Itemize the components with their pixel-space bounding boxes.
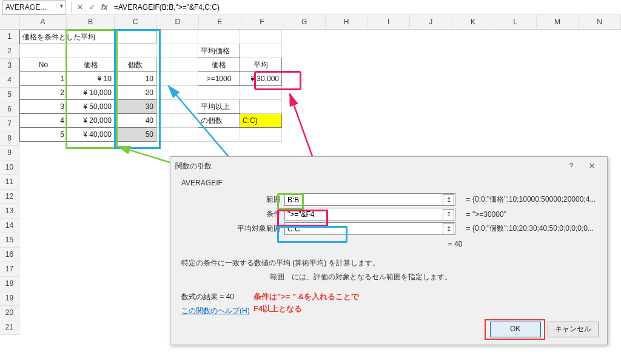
col-header[interactable]: H — [326, 15, 368, 29]
result-preview: =40 — [446, 240, 599, 248]
formula-bar: AVERAGE... ▼ ✕ ✓ fx =AVERAGEIF(B:B,">="&… — [0, 0, 621, 15]
col-header[interactable]: N — [579, 15, 621, 29]
row-header[interactable]: 1 — [0, 30, 19, 44]
arg-avgrange-input[interactable] — [284, 222, 455, 235]
formula-input[interactable]: =AVERAGEIF(B:B,">="&F4,C:C) — [110, 3, 621, 12]
ok-button[interactable]: OK — [490, 322, 541, 337]
name-box-text: AVERAGE... — [5, 3, 46, 12]
cell[interactable]: 1 — [20, 72, 67, 86]
cell[interactable]: No — [20, 58, 67, 72]
col-header[interactable]: L — [494, 15, 537, 29]
cancel-button[interactable]: キャンセル — [548, 322, 599, 337]
row-header[interactable]: 20 — [0, 306, 19, 320]
collapse-icon[interactable]: ↥ — [443, 194, 454, 206]
close-icon[interactable]: ✕ — [582, 162, 602, 170]
col-header[interactable]: F — [241, 15, 284, 29]
col-header[interactable]: G — [283, 15, 326, 29]
function-name: AVERAGEIF — [181, 179, 599, 187]
row-header[interactable]: 8 — [0, 131, 19, 146]
row-header[interactable]: 18 — [0, 277, 19, 291]
cell[interactable]: 50 — [115, 128, 156, 142]
row-header[interactable]: 16 — [0, 248, 19, 262]
arg-criteria-label: 条件 — [179, 209, 284, 219]
cell[interactable]: 平均以上 — [198, 100, 240, 114]
name-box-dropdown-icon[interactable]: ▼ — [56, 3, 64, 9]
col-header[interactable]: A — [19, 15, 67, 29]
row-header[interactable]: 13 — [0, 204, 19, 219]
row-header[interactable]: 19 — [0, 291, 19, 306]
dialog-title: 関数の引数 — [175, 161, 212, 171]
col-header[interactable]: M — [537, 15, 579, 29]
row-header[interactable]: 2 — [0, 44, 19, 59]
row-header[interactable]: 15 — [0, 233, 19, 248]
arg-range-input[interactable] — [284, 193, 455, 206]
row-header[interactable]: 3 — [0, 59, 19, 73]
row-header[interactable]: 6 — [0, 102, 19, 117]
collapse-icon[interactable]: ↥ — [443, 223, 454, 235]
cell[interactable]: 10 — [115, 72, 156, 86]
col-header[interactable]: C — [115, 15, 157, 29]
row-header[interactable]: 4 — [0, 73, 19, 88]
arg-description: 範囲 には、評価の対象となるセル範囲を指定します。 — [270, 272, 596, 282]
row-header[interactable]: 9 — [0, 146, 19, 160]
function-help-link[interactable]: この関数のヘルプ(H) — [181, 306, 599, 316]
collapse-icon[interactable]: ↥ — [443, 209, 454, 220]
col-header[interactable]: K — [452, 15, 495, 29]
cell[interactable]: ¥ 20,000 — [67, 114, 115, 128]
cell[interactable]: 20 — [115, 86, 156, 100]
help-icon[interactable]: ? — [561, 162, 582, 170]
row-header[interactable]: 14 — [0, 219, 19, 233]
select-all-corner[interactable] — [0, 15, 19, 29]
cancel-formula-icon[interactable]: ✕ — [74, 3, 86, 12]
row-header[interactable]: 17 — [0, 262, 19, 277]
cell[interactable]: 2 — [20, 86, 67, 100]
cell[interactable]: ¥ 10 — [67, 72, 115, 86]
row-header[interactable]: 5 — [0, 88, 19, 102]
cell[interactable]: 価格を条件とした平均 — [20, 30, 156, 44]
col-header[interactable]: D — [156, 15, 199, 29]
cell[interactable]: 平均 — [240, 58, 282, 72]
col-header[interactable]: E — [199, 15, 241, 29]
cell[interactable]: 3 — [20, 100, 67, 114]
col-header[interactable]: J — [410, 15, 452, 29]
cell[interactable]: 30 — [115, 100, 156, 114]
cell[interactable]: C:C) — [240, 114, 282, 128]
cell[interactable]: >=1000 — [198, 72, 240, 86]
cell[interactable]: 個数 — [115, 58, 156, 72]
cell[interactable]: 平均価格 — [198, 44, 240, 58]
cell[interactable]: 5 — [20, 128, 67, 142]
cell[interactable]: ¥ 50,000 — [67, 100, 115, 114]
arg-avgrange-label: 平均対象範囲 — [179, 223, 284, 234]
cell[interactable]: ¥ 40,000 — [67, 128, 115, 142]
cell[interactable]: ¥ 30,000 — [240, 72, 282, 86]
cell[interactable]: ¥ 10,000 — [67, 86, 115, 100]
dialog-titlebar[interactable]: 関数の引数 ? ✕ — [170, 157, 607, 175]
arg-range-result: ={0;0;"価格";10;10000;50000;20000;4... — [455, 194, 596, 205]
col-header[interactable]: I — [368, 15, 410, 29]
function-description: 特定の条件に一致する数値の平均 (算術平均) を計算します。 — [181, 258, 596, 268]
name-box[interactable]: AVERAGE... ▼ — [2, 0, 66, 15]
cell[interactable]: 価格 — [198, 58, 240, 72]
column-headers: A B C D E F G H I J K L M N — [0, 15, 621, 30]
arg-range-label: 範囲 — [179, 194, 284, 205]
row-header[interactable]: 7 — [0, 117, 19, 131]
row-header[interactable]: 12 — [0, 190, 19, 204]
row-header[interactable]: 11 — [0, 175, 19, 190]
row-header[interactable]: 21 — [0, 320, 19, 335]
arg-criteria-input[interactable] — [284, 208, 455, 220]
arg-avgrange-result: ={0;0;"個数";10;20;30;40;50;0;0;0;0;0... — [455, 223, 594, 234]
row-headers: 1 2 3 4 5 6 7 8 9 10 11 12 13 14 15 16 1… — [0, 30, 19, 335]
cell[interactable]: 40 — [115, 114, 156, 128]
cell[interactable]: 価格 — [67, 58, 115, 72]
cell[interactable]: 4 — [20, 114, 67, 128]
fx-icon[interactable]: fx — [98, 3, 110, 12]
accept-formula-icon[interactable]: ✓ — [86, 3, 98, 12]
annotation-note: 条件は">= " &を入れることで F4以上となる — [253, 291, 359, 314]
function-arguments-dialog: 関数の引数 ? ✕ AVERAGEIF 範囲 ↥ ={0;0;"価格";10;1… — [170, 156, 608, 345]
arg-criteria-result: =">=30000" — [455, 210, 506, 219]
col-header[interactable]: B — [67, 15, 115, 29]
cell[interactable]: の個数 — [198, 114, 240, 128]
formula-result: 数式の結果 = 40 — [181, 292, 596, 302]
row-header[interactable]: 10 — [0, 160, 19, 175]
